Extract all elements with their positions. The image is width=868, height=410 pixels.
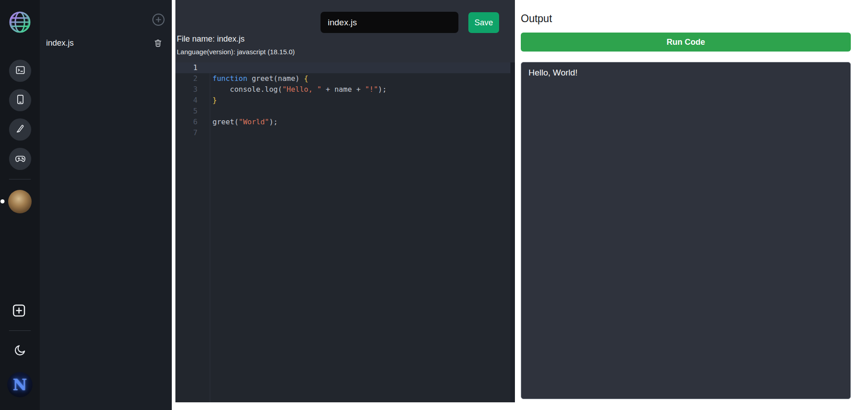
code-line: 1 xyxy=(175,62,515,73)
sidebar-item-reader[interactable] xyxy=(9,89,31,111)
knife-icon xyxy=(14,123,26,137)
line-number: 2 xyxy=(175,73,198,84)
run-code-button[interactable]: Run Code xyxy=(521,33,851,52)
sidebar-item-games[interactable] xyxy=(9,148,31,170)
line-number: 1 xyxy=(175,62,198,73)
globe-logo-icon[interactable] xyxy=(7,9,33,35)
code-line-content: greet("World"); xyxy=(198,117,278,127)
editor-scrollbar[interactable] xyxy=(510,62,515,402)
plus-circle-icon xyxy=(151,21,166,28)
file-name-label: index.js xyxy=(46,38,153,48)
code-line-content: console.log("Hello, " + name + "!"); xyxy=(198,84,387,95)
code-line: 4} xyxy=(175,95,515,106)
icon-sidebar: N xyxy=(0,0,40,410)
sidebar-item-compiler[interactable] xyxy=(9,60,31,82)
code-editor[interactable]: 12function greet(name) {3 console.log("H… xyxy=(175,62,515,402)
book-icon xyxy=(14,94,26,107)
sidebar-divider xyxy=(9,330,31,331)
active-indicator-dot xyxy=(0,199,5,203)
user-initial: N xyxy=(13,376,27,394)
add-file-button[interactable] xyxy=(151,12,166,27)
save-button[interactable]: Save xyxy=(468,12,499,33)
language-version-meta: Language(version): javascript (18.15.0) xyxy=(177,48,295,56)
file-list-panel: index.js xyxy=(40,0,172,410)
line-number: 4 xyxy=(175,95,198,106)
filename-input[interactable] xyxy=(321,12,458,33)
code-line: 6greet("World"); xyxy=(175,117,515,127)
file-name-meta: File name: index.js xyxy=(177,34,245,44)
output-console: Hello, World! xyxy=(521,62,851,399)
game-controller-icon xyxy=(14,152,26,166)
code-line-content: function greet(name) { xyxy=(198,73,308,84)
line-number: 7 xyxy=(175,127,198,138)
line-number: 6 xyxy=(175,117,198,127)
delete-file-button[interactable] xyxy=(153,38,163,48)
plus-square-icon xyxy=(11,312,27,320)
sidebar-item-kitchen[interactable] xyxy=(9,118,31,141)
code-line-content xyxy=(198,106,212,117)
add-server-button[interactable] xyxy=(11,303,27,318)
code-line-content xyxy=(198,62,212,73)
file-list-item[interactable]: index.js xyxy=(40,33,172,53)
output-text: Hello, World! xyxy=(528,68,577,77)
book-avatar[interactable] xyxy=(8,190,32,213)
code-line: 2function greet(name) { xyxy=(175,73,515,84)
line-number: 5 xyxy=(175,106,198,117)
code-line: 7 xyxy=(175,127,515,138)
user-avatar[interactable]: N xyxy=(7,372,33,397)
code-line: 5 xyxy=(175,106,515,117)
editor-pane: Save File name: index.js Language(versio… xyxy=(175,0,515,402)
terminal-icon xyxy=(14,64,26,78)
dark-mode-toggle[interactable] xyxy=(13,344,27,357)
code-line: 3 console.log("Hello, " + name + "!"); xyxy=(175,84,515,95)
moon-icon xyxy=(13,351,27,358)
output-panel-title: Output xyxy=(521,13,552,25)
code-line-content: } xyxy=(198,95,217,106)
editor-toolbar: Save File name: index.js Language(versio… xyxy=(175,0,515,62)
code-line-content xyxy=(198,127,212,138)
line-number: 3 xyxy=(175,84,198,95)
sidebar-divider xyxy=(9,179,31,179)
code-lines: 12function greet(name) {3 console.log("H… xyxy=(175,62,515,138)
